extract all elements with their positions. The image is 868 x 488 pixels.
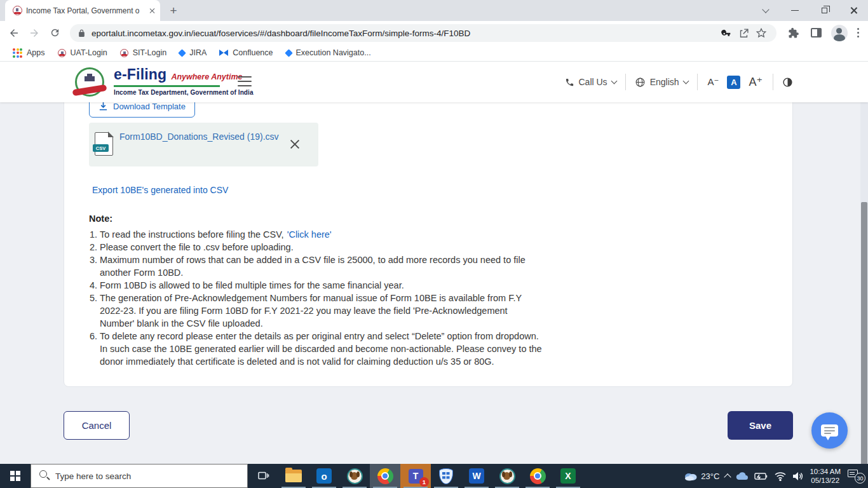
taskbar-search[interactable] bbox=[31, 464, 248, 488]
browser-tab-active[interactable]: Income Tax Portal, Government o bbox=[5, 0, 160, 21]
taskbar-icon-word[interactable]: W bbox=[461, 464, 492, 488]
note-item-5: The generation of Pre-Acknowledgement Nu… bbox=[100, 292, 543, 330]
brand-name: e-Filing bbox=[114, 66, 166, 83]
bookmark-confluence[interactable]: Confluence bbox=[213, 46, 279, 60]
scrollbar-track[interactable] bbox=[860, 102, 868, 464]
file-explorer-icon bbox=[285, 470, 302, 482]
profile-avatar[interactable] bbox=[829, 23, 850, 43]
action-center-button[interactable]: 30 bbox=[846, 468, 865, 484]
browser-menu-icon[interactable] bbox=[852, 28, 864, 37]
forward-button[interactable] bbox=[24, 23, 44, 43]
address-bar[interactable]: eportalut.incometax.gov.in/iecuat/foserv… bbox=[70, 24, 776, 42]
bookmark-apps[interactable]: Apps bbox=[6, 46, 51, 60]
bookmark-uat-login[interactable]: UAT-Login bbox=[51, 46, 114, 60]
site-header: e-Filing Anywhere Anytime Income Tax Dep… bbox=[0, 62, 868, 102]
lock-icon bbox=[78, 29, 86, 38]
task-view-button[interactable] bbox=[248, 464, 278, 488]
note-item-2: Please convert the file to .csv before u… bbox=[100, 241, 543, 254]
tab-close-icon[interactable] bbox=[149, 8, 155, 14]
notes-list: To read the instructions before filing t… bbox=[89, 228, 543, 368]
uploaded-file-name[interactable]: Form10BD_Donations_Revised (19).csv bbox=[119, 130, 283, 143]
emblem-favicon-icon bbox=[58, 49, 66, 57]
taskbar-clock[interactable]: 10:34 AM 05/13/22 bbox=[810, 467, 841, 485]
side-panel-icon[interactable] bbox=[806, 23, 827, 43]
taskbar-icon-file-explorer[interactable] bbox=[278, 464, 309, 488]
click-here-link[interactable]: 'Click here' bbox=[287, 229, 332, 240]
uploaded-file-chip: CSV Form10BD_Donations_Revised (19).csv bbox=[89, 123, 318, 166]
taskbar-icon-chrome-active[interactable] bbox=[370, 464, 400, 488]
chrome-icon bbox=[377, 468, 393, 484]
save-button[interactable]: Save bbox=[728, 411, 793, 440]
taskbar-icon-vpn-app[interactable] bbox=[339, 464, 370, 488]
search-icon bbox=[39, 470, 47, 478]
extensions-puzzle-icon[interactable] bbox=[783, 23, 804, 43]
remove-file-icon[interactable] bbox=[289, 139, 301, 150]
brand-department: Income Tax Department, Government of Ind… bbox=[114, 89, 254, 96]
chat-widget-button[interactable] bbox=[811, 412, 848, 449]
language-menu[interactable]: English bbox=[626, 77, 697, 88]
contrast-toggle[interactable] bbox=[773, 77, 802, 88]
url-text[interactable]: eportalut.incometax.gov.in/iecuat/foserv… bbox=[92, 29, 717, 38]
note-heading: Note: bbox=[89, 214, 112, 224]
battery-icon[interactable] bbox=[754, 471, 768, 480]
onedrive-icon[interactable] bbox=[736, 471, 749, 480]
bookmark-label: UAT-Login bbox=[71, 48, 107, 57]
screen: Income Tax Portal, Government o + eporta… bbox=[0, 0, 868, 488]
teams-notification-badge: 1 bbox=[419, 477, 429, 487]
weather-widget[interactable]: 23°C bbox=[684, 471, 719, 481]
efiling-logo[interactable]: e-Filing Anywhere Anytime Income Tax Dep… bbox=[114, 66, 254, 96]
taskbar-icon-vpn-app-2[interactable] bbox=[492, 464, 522, 488]
font-decrease-button[interactable]: A⁻ bbox=[708, 76, 719, 88]
chevron-down-icon bbox=[682, 78, 689, 85]
bookmark-sit-login[interactable]: SIT-Login bbox=[114, 46, 173, 60]
password-key-icon[interactable] bbox=[717, 23, 735, 43]
note-item-3: Maximum number of rows that can be added… bbox=[100, 254, 543, 279]
window-restore-button[interactable] bbox=[810, 0, 839, 21]
share-icon[interactable] bbox=[735, 23, 752, 43]
execution-navigator-diamond-icon bbox=[285, 49, 293, 57]
wifi-icon[interactable] bbox=[774, 471, 787, 481]
search-input[interactable] bbox=[31, 464, 248, 488]
tray-expand-chevron-icon[interactable] bbox=[724, 473, 731, 480]
csv-file-icon: CSV bbox=[95, 132, 113, 156]
volume-icon[interactable] bbox=[792, 471, 804, 481]
notification-count-badge: 30 bbox=[855, 473, 865, 484]
globe-icon bbox=[635, 77, 646, 88]
chevron-down-icon bbox=[611, 78, 617, 85]
font-increase-button[interactable]: A⁺ bbox=[749, 75, 763, 89]
window-minimize-button[interactable] bbox=[780, 0, 810, 21]
call-us-menu[interactable]: Call Us bbox=[556, 77, 625, 87]
task-view-icon bbox=[257, 470, 269, 482]
font-default-button[interactable]: A bbox=[727, 76, 740, 89]
phone-icon bbox=[565, 78, 574, 87]
apps-grid-icon bbox=[13, 48, 22, 58]
taskbar-icon-company-portal[interactable] bbox=[431, 464, 461, 488]
menu-hamburger-icon[interactable] bbox=[238, 76, 252, 86]
scrollbar-thumb[interactable] bbox=[861, 202, 867, 464]
new-tab-button[interactable]: + bbox=[165, 3, 182, 19]
window-close-button[interactable] bbox=[839, 0, 868, 21]
chat-bubble-icon bbox=[821, 424, 838, 437]
export-10be-link[interactable]: Export 10BE's generated into CSV bbox=[92, 185, 228, 195]
start-button[interactable] bbox=[0, 464, 31, 488]
call-us-label: Call Us bbox=[579, 77, 607, 87]
taskbar-icon-excel[interactable]: X bbox=[553, 464, 583, 488]
taskbar-icon-outlook[interactable]: o bbox=[309, 464, 339, 488]
bookmark-execution-navigator[interactable]: Execution Navigato... bbox=[280, 46, 377, 60]
form-card: Download Template CSV Form10BD_Donations… bbox=[64, 89, 793, 387]
bookmark-star-icon[interactable] bbox=[752, 23, 770, 43]
tab-search-chevron-button[interactable] bbox=[751, 0, 780, 21]
bookmark-label: JIRA bbox=[189, 48, 207, 57]
taskbar-icon-chrome-2[interactable] bbox=[522, 464, 553, 488]
temperature-label: 23°C bbox=[701, 471, 719, 481]
browser-tabstrip: Income Tax Portal, Government o + bbox=[0, 0, 868, 21]
taskbar-icon-teams[interactable]: T 1 bbox=[400, 464, 431, 488]
reload-button[interactable] bbox=[44, 23, 65, 43]
dog-logo-app-icon bbox=[347, 468, 363, 484]
cancel-button[interactable]: Cancel bbox=[64, 411, 130, 440]
shield-app-icon bbox=[439, 468, 453, 484]
excel-icon: X bbox=[560, 468, 576, 484]
back-button[interactable] bbox=[4, 23, 24, 43]
bookmark-jira[interactable]: JIRA bbox=[173, 46, 213, 60]
bookmark-label: Apps bbox=[27, 48, 45, 57]
